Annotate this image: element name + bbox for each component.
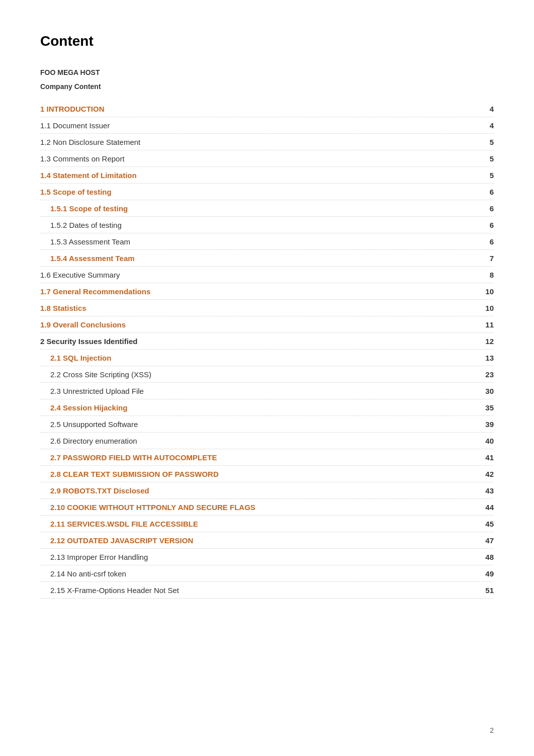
page-title: Content bbox=[40, 30, 494, 53]
toc-item[interactable]: 1.4 Statement of Limitation5 bbox=[40, 168, 494, 184]
toc-label: 2.1 SQL Injection bbox=[40, 352, 111, 364]
toc-item[interactable]: 2.8 CLEAR TEXT SUBMISSION OF PASSWORD42 bbox=[40, 467, 494, 482]
page-number: 2 bbox=[490, 725, 494, 736]
toc-item[interactable]: 2.2 Cross Site Scripting (XSS)23 bbox=[40, 367, 494, 383]
toc-label: 1.5 Scope of testing bbox=[40, 186, 112, 198]
toc-page-number: 48 bbox=[479, 551, 494, 563]
toc-page-number: 45 bbox=[479, 518, 494, 530]
toc-item[interactable]: 2 Security Issues Identified12 bbox=[40, 334, 494, 350]
toc-label: 1.8 Statistics bbox=[40, 302, 86, 314]
toc-item[interactable]: 1.5.4 Assessment Team7 bbox=[40, 251, 494, 267]
toc-item[interactable]: 1.1 Document Issuer4 bbox=[40, 118, 494, 134]
toc-page-number: 10 bbox=[479, 302, 494, 314]
toc-label: 2 Security Issues Identified bbox=[40, 335, 137, 348]
toc-page-number: 6 bbox=[479, 186, 494, 198]
toc-item[interactable]: 2.5 Unsupported Software39 bbox=[40, 417, 494, 433]
toc-item[interactable]: 1.5.1 Scope of testing6 bbox=[40, 201, 494, 217]
toc-page-number: 5 bbox=[479, 153, 494, 165]
toc-label: 1.1 Document Issuer bbox=[40, 120, 110, 132]
toc-item[interactable]: 2.6 Directory enumeration40 bbox=[40, 434, 494, 449]
toc-item[interactable]: 1 INTRODUCTION4 bbox=[40, 102, 494, 117]
toc-label: 2.8 CLEAR TEXT SUBMISSION OF PASSWORD bbox=[40, 468, 219, 480]
meta-company: Company Content bbox=[40, 81, 494, 92]
toc-page-number: 40 bbox=[479, 435, 494, 447]
toc-page-number: 11 bbox=[479, 319, 494, 331]
toc-item[interactable]: 2.14 No anti-csrf token49 bbox=[40, 566, 494, 582]
toc-label: 2.4 Session Hijacking bbox=[40, 402, 127, 414]
toc-page-number: 30 bbox=[479, 385, 494, 397]
toc-item[interactable]: 2.9 ROBOTS.TXT Disclosed43 bbox=[40, 483, 494, 499]
toc-item[interactable]: 2.3 Unrestricted Upload File30 bbox=[40, 384, 494, 399]
toc-page-number: 6 bbox=[479, 219, 494, 231]
toc-label: 1.5.1 Scope of testing bbox=[40, 203, 128, 215]
toc-item[interactable]: 2.15 X-Frame-Options Header Not Set51 bbox=[40, 583, 494, 599]
toc-item[interactable]: 2.12 OUTDATED JAVASCRIPT VERSION47 bbox=[40, 533, 494, 549]
toc-item[interactable]: 1.9 Overall Conclusions11 bbox=[40, 317, 494, 333]
toc-label: 1.4 Statement of Limitation bbox=[40, 170, 137, 182]
toc-label: 1.5.2 Dates of testing bbox=[40, 219, 122, 231]
toc-page-number: 13 bbox=[479, 352, 494, 364]
meta-host: FOO MEGA HOST bbox=[40, 67, 494, 78]
toc-item[interactable]: 1.3 Comments on Report5 bbox=[40, 151, 494, 167]
toc-label: 2.12 OUTDATED JAVASCRIPT VERSION bbox=[40, 535, 193, 547]
toc-item[interactable]: 2.11 SERVICES.WSDL FILE ACCESSIBLE45 bbox=[40, 517, 494, 532]
toc-label: 1.5.4 Assessment Team bbox=[40, 253, 135, 265]
toc-item[interactable]: 1.5 Scope of testing6 bbox=[40, 185, 494, 200]
toc-label: 2.5 Unsupported Software bbox=[40, 418, 138, 431]
toc-page-number: 51 bbox=[479, 584, 494, 597]
toc-label: 2.7 PASSWORD FIELD WITH AUTOCOMPLETE bbox=[40, 452, 217, 464]
toc-page-number: 41 bbox=[479, 452, 494, 464]
toc-label: 1.3 Comments on Report bbox=[40, 153, 125, 165]
toc-label: 1.2 Non Disclosure Statement bbox=[40, 136, 140, 148]
toc-item[interactable]: 2.4 Session Hijacking35 bbox=[40, 400, 494, 416]
toc-page-number: 8 bbox=[479, 269, 494, 281]
toc-label: 1 INTRODUCTION bbox=[40, 103, 105, 115]
table-of-contents: 1 INTRODUCTION41.1 Document Issuer41.2 N… bbox=[40, 102, 494, 599]
toc-item[interactable]: 1.6 Executive Summary8 bbox=[40, 268, 494, 283]
toc-page-number: 35 bbox=[479, 402, 494, 414]
toc-label: 2.15 X-Frame-Options Header Not Set bbox=[40, 584, 179, 597]
toc-label: 2.9 ROBOTS.TXT Disclosed bbox=[40, 485, 149, 497]
toc-label: 2.14 No anti-csrf token bbox=[40, 568, 126, 580]
toc-page-number: 10 bbox=[479, 286, 494, 298]
toc-page-number: 39 bbox=[479, 418, 494, 431]
toc-label: 2.10 COOKIE WITHOUT HTTPONLY AND SECURE … bbox=[40, 501, 255, 514]
toc-label: 1.9 Overall Conclusions bbox=[40, 319, 126, 331]
toc-label: 2.11 SERVICES.WSDL FILE ACCESSIBLE bbox=[40, 518, 198, 530]
toc-page-number: 23 bbox=[479, 369, 494, 381]
toc-item[interactable]: 2.10 COOKIE WITHOUT HTTPONLY AND SECURE … bbox=[40, 500, 494, 516]
toc-page-number: 4 bbox=[479, 120, 494, 132]
toc-label: 2.2 Cross Site Scripting (XSS) bbox=[40, 369, 151, 381]
toc-item[interactable]: 1.7 General Recommendations10 bbox=[40, 284, 494, 300]
toc-item[interactable]: 1.8 Statistics10 bbox=[40, 301, 494, 316]
toc-page-number: 42 bbox=[479, 468, 494, 480]
toc-page-number: 49 bbox=[479, 568, 494, 580]
toc-page-number: 7 bbox=[479, 253, 494, 265]
toc-item[interactable]: 2.13 Improper Error Handling48 bbox=[40, 550, 494, 565]
toc-page-number: 6 bbox=[479, 203, 494, 215]
toc-item[interactable]: 1.5.2 Dates of testing6 bbox=[40, 218, 494, 233]
toc-label: 1.6 Executive Summary bbox=[40, 269, 120, 281]
toc-item[interactable]: 2.1 SQL Injection13 bbox=[40, 351, 494, 366]
toc-page-number: 4 bbox=[479, 103, 494, 115]
toc-label: 2.6 Directory enumeration bbox=[40, 435, 137, 447]
toc-page-number: 44 bbox=[479, 501, 494, 514]
toc-page-number: 5 bbox=[479, 136, 494, 148]
toc-item[interactable]: 2.7 PASSWORD FIELD WITH AUTOCOMPLETE41 bbox=[40, 450, 494, 466]
toc-label: 2.13 Improper Error Handling bbox=[40, 551, 148, 563]
toc-label: 1.7 General Recommendations bbox=[40, 286, 150, 298]
toc-item[interactable]: 1.2 Non Disclosure Statement5 bbox=[40, 135, 494, 150]
toc-page-number: 43 bbox=[479, 485, 494, 497]
toc-page-number: 12 bbox=[479, 335, 494, 348]
toc-page-number: 6 bbox=[479, 236, 494, 248]
toc-page-number: 5 bbox=[479, 170, 494, 182]
toc-label: 1.5.3 Assessment Team bbox=[40, 236, 130, 248]
toc-item[interactable]: 1.5.3 Assessment Team6 bbox=[40, 234, 494, 250]
toc-page-number: 47 bbox=[479, 535, 494, 547]
toc-label: 2.3 Unrestricted Upload File bbox=[40, 385, 144, 397]
